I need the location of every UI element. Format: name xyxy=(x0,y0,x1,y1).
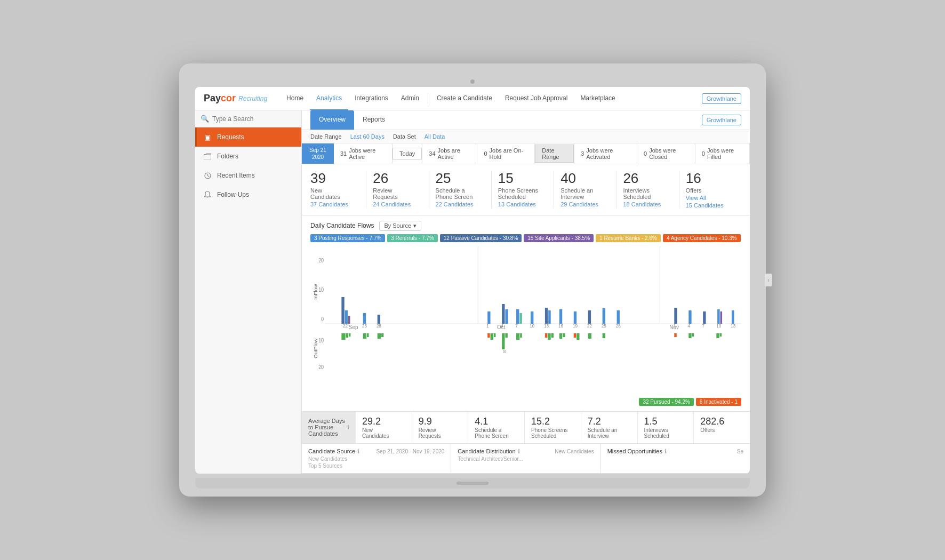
metric-label-schedule-phone: Schedule aPhone Screen xyxy=(436,187,485,200)
nav-home[interactable]: Home xyxy=(280,87,310,110)
candidate-source-card: Candidate Source ℹ Sep 21, 2020 - Nov 19… xyxy=(302,444,451,473)
metric-schedule-phone: 25 Schedule aPhone Screen 22 Candidates xyxy=(429,171,492,209)
svg-rect-14 xyxy=(348,316,350,324)
inflow-legend: 3 Posting Responses - 7.7% 3 Referrals -… xyxy=(310,234,741,242)
avg-days-label: Average Daysto PursueCandidates ℹ xyxy=(302,412,356,443)
today-button[interactable]: Today xyxy=(393,148,422,159)
svg-text:20: 20 xyxy=(318,364,324,370)
svg-rect-67 xyxy=(505,333,507,338)
chart-svg: 20 10 0 Sep Oct Nov xyxy=(310,246,741,396)
metric-phone-screens: 15 Phone ScreensScheduled 13 Candidates xyxy=(492,171,554,209)
candidate-dist-info-icon: ℹ xyxy=(518,448,520,455)
svg-rect-29 xyxy=(617,310,620,324)
avg-label-phone-screens: Phone ScreensScheduled xyxy=(531,427,574,439)
legend-pursued: 32 Pursued - 94.2% xyxy=(639,398,693,406)
sidebar-item-followups[interactable]: Follow-Ups xyxy=(195,185,301,204)
avg-label-offers: Offers xyxy=(700,427,743,433)
avg-schedule-phone: 4.1 Schedule aPhone Screen xyxy=(468,412,525,443)
nav-request-job[interactable]: Request Job Approval xyxy=(499,87,574,110)
sidebar-item-requests[interactable]: ▣ Requests xyxy=(195,127,301,147)
metric-link-13[interactable]: 13 Candidates xyxy=(498,201,547,207)
svg-rect-62 xyxy=(381,333,383,337)
metric-link-29[interactable]: 29 Candidates xyxy=(560,201,610,207)
chart-header: Daily Candidate Flows By Source ▾ xyxy=(310,221,741,231)
nav-create-candidate[interactable]: Create a Candidate xyxy=(430,87,499,110)
avg-num-41: 4.1 xyxy=(475,416,518,427)
svg-text:25: 25 xyxy=(362,323,367,329)
metric-label-interviews: InterviewsScheduled xyxy=(623,187,672,200)
sidebar-item-label-followups: Follow-Ups xyxy=(217,191,249,198)
avg-schedule-interview: 7.2 Schedule anInterview xyxy=(581,412,638,443)
svg-text:22: 22 xyxy=(587,323,592,329)
chart-filter[interactable]: By Source ▾ xyxy=(379,221,421,231)
metric-num-25: 25 xyxy=(436,171,485,186)
metric-link-37[interactable]: 37 Candidates xyxy=(310,201,359,207)
metric-num-40: 40 xyxy=(560,171,610,186)
folders-icon xyxy=(203,152,212,161)
laptop-stand-notch xyxy=(457,482,488,485)
dataset-value[interactable]: All Data xyxy=(425,133,445,140)
camera-dot xyxy=(470,79,475,84)
metric-label-review: ReviewRequests xyxy=(373,187,422,200)
nav-marketplace[interactable]: Marketplace xyxy=(574,87,621,110)
stat-jobs-active-past: 31 Jobs were Active xyxy=(334,143,393,164)
avg-num-2826: 282.6 xyxy=(700,416,743,427)
chart-section: Daily Candidate Flows By Source ▾ 3 Post… xyxy=(302,215,750,412)
search-input[interactable] xyxy=(212,115,296,123)
svg-text:1: 1 xyxy=(674,323,676,329)
metric-offers: 16 Offers View All 15 Candidates xyxy=(679,171,741,209)
svg-rect-70 xyxy=(545,333,547,338)
nav-analytics[interactable]: Analytics xyxy=(310,87,348,110)
svg-rect-74 xyxy=(563,333,565,337)
svg-rect-83 xyxy=(720,333,722,337)
sidebar-item-recent[interactable]: Recent Items xyxy=(195,166,301,185)
chart-title: Daily Candidate Flows xyxy=(310,222,374,229)
svg-rect-22 xyxy=(531,311,533,324)
legend-inactivated: 6 Inactivated - 1 xyxy=(696,398,741,406)
svg-rect-76 xyxy=(576,333,579,340)
candidate-dist-title: Candidate Distribution ℹ New Candidates xyxy=(458,448,594,455)
nav-admin[interactable]: Admin xyxy=(395,87,426,110)
svg-rect-31 xyxy=(688,310,691,324)
company-button[interactable]: Growthlane xyxy=(702,93,741,104)
legend-resume: 1 Resume Banks - 2.6% xyxy=(596,234,661,242)
metric-link-15[interactable]: 15 Candidates xyxy=(686,202,735,209)
svg-rect-17 xyxy=(487,311,490,324)
today-button-wrap: Today xyxy=(393,143,422,164)
svg-rect-61 xyxy=(378,333,381,339)
sidebar-item-folders[interactable]: Folders xyxy=(195,147,301,166)
legend-referrals: 3 Referrals - 7.7% xyxy=(387,234,438,242)
candidate-dist-filter[interactable]: New Candidates xyxy=(555,449,594,454)
svg-rect-0 xyxy=(204,155,211,159)
stats-date-bar: Sep 21 2020 31 Jobs were Active Today 34… xyxy=(302,143,750,164)
date-range-value[interactable]: Last 60 Days xyxy=(350,133,385,140)
date-range-button[interactable]: Date Range xyxy=(535,145,574,163)
stat-jobs-filled: 0 Jobs were Filled xyxy=(695,143,750,164)
avg-offers: 282.6 Offers xyxy=(694,412,750,443)
tab-reports[interactable]: Reports xyxy=(354,110,394,130)
stat-num-34: 34 xyxy=(429,150,435,157)
avg-new-candidates: 29.2 NewCandidates xyxy=(356,412,412,443)
svg-rect-26 xyxy=(574,311,576,324)
svg-rect-80 xyxy=(688,333,691,338)
candidate-dist-card: Candidate Distribution ℹ New Candidates … xyxy=(451,444,600,473)
stat-num-3: 3 xyxy=(581,150,584,157)
svg-text:7: 7 xyxy=(702,323,704,329)
svg-rect-66 xyxy=(502,333,504,349)
logo-pay: Pay xyxy=(204,93,221,104)
company-name-btn[interactable]: Growthlane xyxy=(702,115,741,125)
date-badge: Sep 21 2020 xyxy=(302,143,334,164)
metric-link-viewall[interactable]: View All xyxy=(686,195,735,201)
metric-link-18[interactable]: 18 Candidates xyxy=(623,201,672,207)
missed-opps-filter[interactable]: Se xyxy=(737,449,743,454)
tab-overview[interactable]: Overview xyxy=(310,110,354,130)
svg-rect-75 xyxy=(574,333,576,338)
svg-rect-15 xyxy=(363,313,366,324)
nav-integrations[interactable]: Integrations xyxy=(348,87,395,110)
metric-link-22[interactable]: 22 Candidates xyxy=(436,201,485,207)
avg-num-72: 7.2 xyxy=(588,416,631,427)
avg-interviews: 1.5 InterviewsScheduled xyxy=(638,412,694,443)
stat-num-0-onhold: 0 xyxy=(484,150,487,157)
avg-days-row: Average Daysto PursueCandidates ℹ 29.2 N… xyxy=(302,412,750,444)
metric-link-24[interactable]: 24 Candidates xyxy=(373,201,422,207)
